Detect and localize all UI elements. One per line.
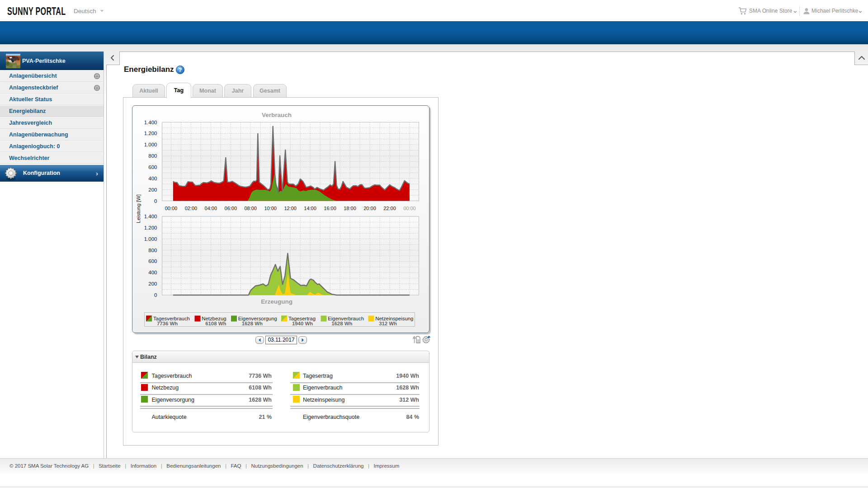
svg-text:1.400: 1.400 [144,214,157,219]
svg-text:Erzeugung: Erzeugung [261,298,292,305]
svg-text:20:00: 20:00 [363,206,376,211]
svg-text:800: 800 [148,153,157,159]
svg-text:6108 Wh: 6108 Wh [205,321,226,326]
svg-text:1628 Wh: 1628 Wh [242,321,263,326]
svg-text:12:00: 12:00 [284,206,297,211]
svg-text:0: 0 [154,198,157,204]
svg-text:0: 0 [154,292,157,298]
svg-text:600: 600 [148,258,157,264]
svg-text:400: 400 [148,176,157,181]
svg-text:04:00: 04:00 [205,206,217,211]
svg-text:1940 Wh: 1940 Wh [292,321,313,326]
svg-text:1.200: 1.200 [144,225,157,230]
svg-text:1.200: 1.200 [144,131,157,136]
svg-text:200: 200 [148,281,157,286]
svg-text:06:00: 06:00 [225,206,237,211]
svg-text:10:00: 10:00 [264,206,277,211]
svg-text:1628 Wh: 1628 Wh [331,321,352,326]
svg-text:00:00: 00:00 [165,206,178,211]
svg-text:200: 200 [148,187,157,192]
svg-text:1.400: 1.400 [144,120,157,125]
svg-text:14:00: 14:00 [304,206,316,211]
svg-text:Leistung [W]: Leistung [W] [136,194,141,223]
svg-text:08:00: 08:00 [244,206,257,211]
svg-text:400: 400 [148,270,157,275]
svg-text:7736 Wh: 7736 Wh [157,321,178,326]
svg-text:Verbrauch: Verbrauch [262,112,292,118]
svg-text:00:00: 00:00 [403,206,416,211]
svg-text:1.000: 1.000 [144,142,157,147]
svg-text:22:00: 22:00 [383,206,396,211]
svg-text:600: 600 [148,164,157,170]
svg-text:800: 800 [148,248,157,253]
svg-text:18:00: 18:00 [344,206,356,211]
svg-text:312 Wh: 312 Wh [379,321,397,326]
svg-text:16:00: 16:00 [324,206,336,211]
svg-text:1.000: 1.000 [144,236,157,242]
svg-text:02:00: 02:00 [185,206,198,211]
